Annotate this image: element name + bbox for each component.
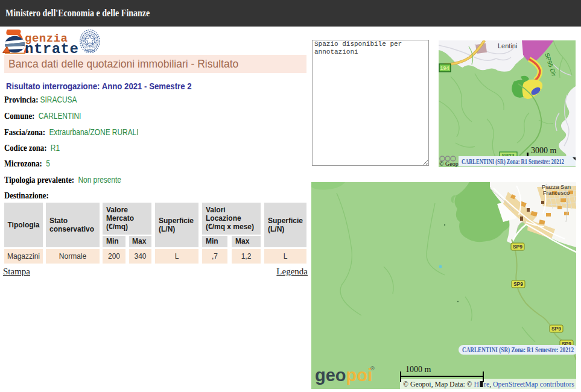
svg-text:CARLENTINI (SR) Zona: R1 Semes: CARLENTINI (SR) Zona: R1 Semestre: 20212 [462, 346, 574, 354]
svg-text:SP9: SP9 [513, 244, 522, 250]
svg-text:CARLENTINI (SR) Zona: R1 Semes: CARLENTINI (SR) Zona: R1 Semestre: 20212 [462, 157, 564, 166]
svg-text:Francesco: Francesco [543, 189, 570, 196]
svg-text:3000 m: 3000 m [531, 146, 557, 155]
svg-text:SP9: SP9 [513, 281, 523, 287]
svg-text:Lentini: Lentini [498, 42, 517, 49]
svg-text:®: ® [370, 365, 375, 371]
svg-text:194: 194 [440, 65, 449, 71]
svg-text:re, OpenStreetMap contributors: re, OpenStreetMap contributors [484, 380, 574, 388]
svg-text:© Geopoi, Map Data: © H: © Geopoi, Map Data: © H [403, 380, 480, 388]
svg-text:1000 m: 1000 m [405, 365, 431, 374]
svg-text:SP9: SP9 [551, 326, 561, 332]
svg-text:© Geop: © Geop [439, 160, 459, 167]
svg-text:geopoi: geopoi [315, 365, 372, 385]
